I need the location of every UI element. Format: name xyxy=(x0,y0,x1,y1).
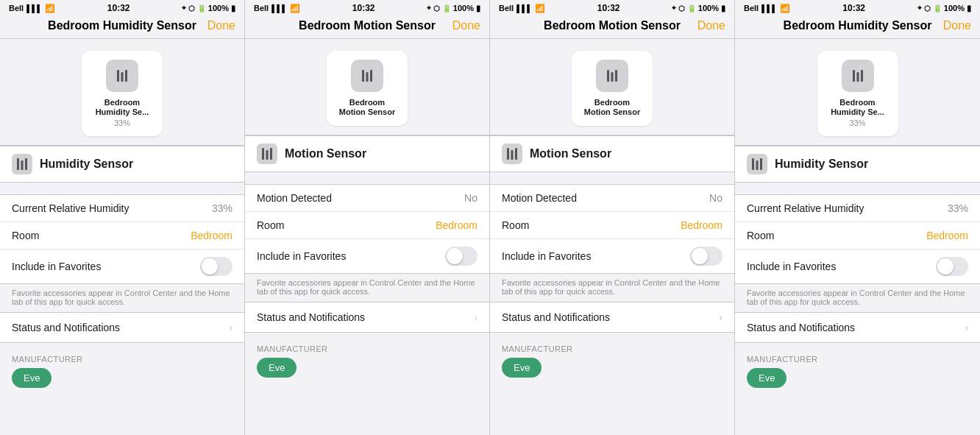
battery-label: 100% xyxy=(208,4,229,13)
sensor-card-name: BedroomHumidity Se... xyxy=(831,98,884,117)
battery-label: 100% xyxy=(944,4,965,13)
settings-row-1[interactable]: Room Bedroom xyxy=(735,222,980,250)
carrier-label: Bell xyxy=(9,4,24,13)
separator-1 xyxy=(245,172,489,178)
settings-value-0: No xyxy=(464,192,477,204)
status-right: ⌖ ⬡ 🔋 100% ▮ xyxy=(672,4,725,13)
toggle-include-favorites[interactable] xyxy=(445,247,477,266)
svg-rect-3 xyxy=(17,158,19,170)
svg-rect-5 xyxy=(25,158,27,170)
section-header-row: Humidity Sensor xyxy=(735,146,980,183)
separator-2 xyxy=(245,333,489,339)
favorites-description: Favorite accessories appear in Control C… xyxy=(490,274,734,302)
separator-2 xyxy=(490,333,734,339)
battery-icon: 🔋 xyxy=(687,4,696,13)
settings-value-0: 33% xyxy=(948,202,968,214)
bluetooth-icon: ⬡ xyxy=(188,4,195,13)
battery-bar: ▮ xyxy=(967,4,971,13)
manufacturer-section: MANUFACTURER Eve xyxy=(245,339,489,381)
done-button[interactable]: Done xyxy=(696,19,725,32)
bluetooth-icon: ⬡ xyxy=(678,4,685,13)
svg-rect-16 xyxy=(511,150,514,160)
signal-icon: ▌▌▌ xyxy=(516,4,532,13)
manufacturer-button[interactable]: Eve xyxy=(12,368,52,388)
sensor-card[interactable]: BedroomHumidity Se... 33% xyxy=(82,51,163,136)
nav-bar: Bedroom Motion Sensor Done xyxy=(245,15,489,39)
status-notifications-row[interactable]: Status and Notifications › xyxy=(735,312,980,343)
status-notifications-row[interactable]: Status and Notifications › xyxy=(490,302,734,333)
settings-value-0: 33% xyxy=(212,202,232,214)
sensor-card[interactable]: BedroomHumidity Se... 33% xyxy=(817,51,898,136)
svg-rect-11 xyxy=(270,148,272,160)
separator-1 xyxy=(0,183,244,188)
settings-row-1[interactable]: Room Bedroom xyxy=(245,212,489,239)
svg-rect-17 xyxy=(515,148,517,160)
nav-title: Bedroom Motion Sensor xyxy=(283,19,451,32)
status-notifications-row[interactable]: Status and Notifications › xyxy=(0,312,244,343)
done-button[interactable]: Done xyxy=(206,19,235,32)
wifi-icon: 📶 xyxy=(45,4,55,13)
battery-bar: ▮ xyxy=(721,4,725,13)
manufacturer-section: MANUFACTURER Eve xyxy=(490,339,734,381)
settings-label-0: Current Relative Humidity xyxy=(747,202,864,214)
carrier-label: Bell xyxy=(499,4,514,13)
settings-label-0: Motion Detected xyxy=(502,192,577,204)
manufacturer-label: MANUFACTURER xyxy=(12,355,232,364)
settings-row-0: Current Relative Humidity 33% xyxy=(0,195,244,222)
separator-1 xyxy=(735,183,980,188)
status-notifications-row[interactable]: Status and Notifications › xyxy=(245,302,489,333)
manufacturer-button[interactable]: Eve xyxy=(257,358,297,378)
svg-rect-21 xyxy=(752,158,754,170)
section-icon-box xyxy=(257,144,277,164)
manufacturer-section: MANUFACTURER Eve xyxy=(0,349,244,391)
settings-label-2: Include in Favorites xyxy=(502,250,591,262)
battery-label: 100% xyxy=(453,4,474,13)
section-icon-box xyxy=(12,154,32,174)
chevron-right-icon: › xyxy=(474,311,477,323)
wifi-icon: 📶 xyxy=(290,4,300,13)
section-header-row: Humidity Sensor xyxy=(0,146,244,183)
panel-3: Bell ▌▌▌ 📶 10:32 ⌖ ⬡ 🔋 100% ▮ Bedroom Mo… xyxy=(490,0,735,435)
battery-icon: 🔋 xyxy=(442,4,451,13)
manufacturer-button[interactable]: Eve xyxy=(747,368,787,388)
done-button[interactable]: Done xyxy=(942,19,971,32)
sensor-card[interactable]: BedroomMotion Sensor xyxy=(572,51,653,126)
settings-section: Motion Detected No Room Bedroom Include … xyxy=(490,184,734,274)
status-left: Bell ▌▌▌ 📶 xyxy=(744,4,790,13)
done-button[interactable]: Done xyxy=(451,19,480,32)
nav-title: Bedroom Motion Sensor xyxy=(528,19,696,32)
settings-value-1: Bedroom xyxy=(926,230,968,241)
svg-rect-4 xyxy=(21,160,24,170)
svg-rect-12 xyxy=(607,70,609,82)
settings-label-1: Room xyxy=(257,219,284,231)
sensor-card-area: BedroomHumidity Se... 33% xyxy=(735,39,980,146)
settings-section: Current Relative Humidity 33% Room Bedro… xyxy=(0,194,244,284)
status-time: 10:32 xyxy=(352,3,375,13)
sensor-card-name: BedroomMotion Sensor xyxy=(339,98,395,117)
settings-row-1[interactable]: Room Bedroom xyxy=(490,212,734,239)
section-title: Motion Sensor xyxy=(530,147,611,160)
settings-row-1[interactable]: Room Bedroom xyxy=(0,222,244,250)
location-icon: ⌖ xyxy=(427,4,431,13)
section-title: Humidity Sensor xyxy=(40,158,133,171)
toggle-include-favorites[interactable] xyxy=(200,257,232,276)
status-right: ⌖ ⬡ 🔋 100% ▮ xyxy=(917,4,971,13)
toggle-include-favorites[interactable] xyxy=(690,247,722,266)
sensor-card-icon-box xyxy=(351,60,383,92)
settings-section: Motion Detected No Room Bedroom Include … xyxy=(245,184,489,274)
settings-row-0: Current Relative Humidity 33% xyxy=(735,195,980,222)
toggle-include-favorites[interactable] xyxy=(936,257,968,276)
sensor-card-name: BedroomHumidity Se... xyxy=(96,98,149,117)
status-notifications-label: Status and Notifications xyxy=(502,311,610,323)
svg-rect-18 xyxy=(853,70,855,82)
manufacturer-label: MANUFACTURER xyxy=(502,344,722,353)
svg-rect-1 xyxy=(121,72,124,82)
manufacturer-label: MANUFACTURER xyxy=(747,355,968,364)
status-left: Bell ▌▌▌ 📶 xyxy=(254,4,300,13)
settings-label-2: Include in Favorites xyxy=(747,261,836,272)
sensor-card[interactable]: BedroomMotion Sensor xyxy=(327,51,408,126)
manufacturer-button[interactable]: Eve xyxy=(502,358,542,378)
favorites-description: Favorite accessories appear in Control C… xyxy=(245,274,489,302)
status-notifications-label: Status and Notifications xyxy=(257,311,365,323)
signal-icon: ▌▌▌ xyxy=(271,4,287,13)
